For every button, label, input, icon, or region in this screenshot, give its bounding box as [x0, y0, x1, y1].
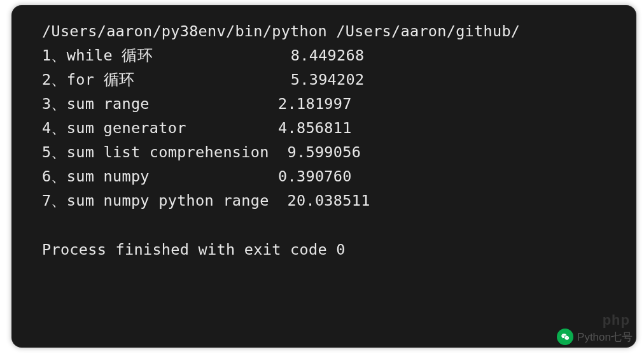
command-line: /Users/aaron/py38env/bin/python /Users/a…: [42, 22, 520, 40]
result-row: 6、sum numpy 0.390760: [42, 167, 352, 185]
watermark-label: Python七号: [577, 330, 633, 344]
result-row: 3、sum range 2.181997: [42, 95, 352, 113]
php-watermark: php: [603, 312, 630, 329]
result-row: 7、sum numpy python range 20.038511: [42, 192, 370, 209]
result-row: 2、for 循环 5.394202: [42, 71, 364, 88]
terminal-output: /Users/aaron/py38env/bin/python /Users/a…: [11, 5, 636, 274]
terminal-window: /Users/aaron/py38env/bin/python /Users/a…: [11, 5, 636, 348]
wechat-icon: [557, 329, 573, 345]
exit-message: Process finished with exit code 0: [42, 241, 346, 258]
result-row: 4、sum generator 4.856811: [42, 119, 352, 137]
wechat-watermark: Python七号: [557, 329, 633, 345]
result-row: 1、while 循环 8.449268: [42, 46, 364, 64]
result-row: 5、sum list comprehension 9.599056: [42, 143, 361, 161]
